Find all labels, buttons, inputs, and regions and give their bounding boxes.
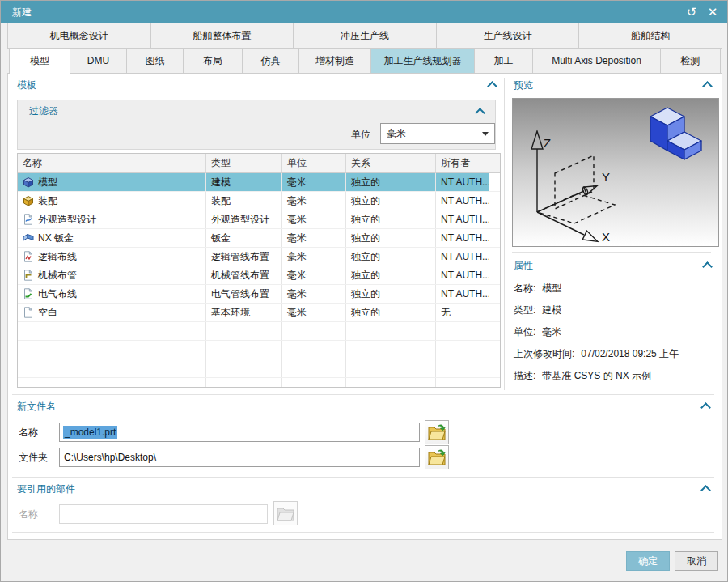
folder-path-input[interactable] — [59, 448, 420, 467]
footer-bar: 确定 取消 — [1, 540, 728, 582]
template-row[interactable]: 机械布管机械管线布置毫米独立的NT AUTH... — [18, 266, 500, 285]
template-table: 名称类型单位关系所有者模型建模毫米独立的NT AUTH...装配装配毫米独立的N… — [17, 153, 501, 388]
template-cell: 毫米 — [282, 304, 346, 321]
tab-row1-5[interactable]: 船舶结构 — [579, 23, 722, 49]
folder-open-icon — [427, 423, 447, 441]
properties-list: 名称:模型类型:建模单位:毫米上次修改时间:07/02/2018 09:25 上… — [514, 278, 716, 387]
template-row[interactable]: 逻辑布线逻辑管线布置毫米独立的NT AUTH... — [18, 248, 500, 266]
folder-icon — [276, 504, 295, 522]
column-header-2[interactable]: 类型 — [206, 154, 282, 172]
empty-cell — [206, 359, 282, 377]
unit-dropdown[interactable]: 毫米 — [380, 123, 495, 144]
template-cell: 基本环境 — [206, 304, 282, 321]
empty-cell — [18, 341, 206, 359]
tab-row2-7[interactable]: 加工生产线规划器 — [371, 49, 475, 74]
template-name: 外观造型设计 — [38, 213, 96, 227]
tab-row2-9[interactable]: Multi Axis Deposition — [533, 49, 661, 74]
reference-name-input — [59, 504, 268, 524]
column-header-5[interactable]: 所有者 — [436, 154, 489, 172]
preview-section-header: 预览 — [514, 78, 711, 92]
ok-button[interactable]: 确定 — [626, 551, 670, 571]
property-label: 类型: — [514, 304, 535, 317]
new-file-section-header: 新文件名 — [17, 399, 709, 414]
tab-row1-3[interactable]: 冲压生产线 — [294, 23, 437, 49]
collapse-arrow-icon[interactable] — [475, 108, 485, 118]
template-row[interactable]: 电气布线电气管线布置毫米独立的NT AUTH... — [18, 285, 500, 304]
template-name-cell: 模型 — [18, 173, 206, 191]
template-cell: NT AUTH... — [436, 248, 489, 266]
column-header-1[interactable]: 名称 — [18, 154, 206, 172]
template-cell: 独立的 — [346, 229, 436, 247]
collapse-arrow-icon[interactable] — [702, 261, 713, 272]
template-cell: 独立的 — [346, 210, 436, 228]
reset-dialog-icon[interactable]: ↺ — [684, 1, 700, 23]
column-header-4[interactable]: 关系 — [346, 154, 436, 172]
browse-file-button[interactable] — [425, 420, 449, 444]
empty-cell-filler — [489, 378, 500, 388]
empty-cell-filler — [489, 341, 500, 359]
column-header-filler — [489, 154, 500, 172]
empty-table-row — [18, 322, 500, 341]
template-cell: 毫米 — [282, 266, 346, 284]
template-row[interactable]: NX 钣金钣金毫米独立的NT AUTH... — [18, 229, 500, 248]
tab-row2-10[interactable]: 检测 — [661, 49, 721, 74]
z-axis-label: Z — [544, 136, 551, 150]
model-part-icon — [23, 176, 34, 188]
title-bar[interactable]: 新建 ↺ ✕ — [1, 1, 727, 23]
template-cell: NT AUTH... — [436, 192, 489, 210]
file-name-input[interactable]: _model1.prt — [59, 423, 420, 442]
template-cell: NT AUTH... — [436, 266, 489, 284]
template-row[interactable]: 外观造型设计外观造型设计毫米独立的NT AUTH... — [18, 210, 500, 229]
reference-name-label: 名称 — [19, 504, 38, 524]
preview-section-title: 预览 — [514, 79, 533, 92]
tab-row1-2[interactable]: 船舶整体布置 — [151, 23, 294, 49]
template-cell-filler — [489, 285, 500, 303]
template-cell: 电气管线布置 — [206, 285, 282, 303]
collapse-arrow-icon[interactable] — [487, 81, 497, 91]
template-cell: 毫米 — [282, 229, 346, 247]
filter-group-header: 过滤器 — [29, 104, 484, 118]
title-bar-icons: ↺ ✕ — [684, 1, 721, 23]
empty-cell-filler — [489, 322, 500, 340]
cancel-button[interactable]: 取消 — [675, 551, 718, 571]
empty-cell — [436, 341, 489, 359]
tab-row2-1[interactable]: 模型 — [9, 49, 70, 74]
browse-folder-button[interactable] — [425, 445, 449, 469]
blank-icon — [23, 307, 34, 318]
tab-row1-4[interactable]: 生产线设计 — [437, 23, 580, 49]
panel-divider — [504, 78, 505, 390]
close-icon[interactable]: ✕ — [705, 1, 721, 23]
tab-row2-6[interactable]: 增材制造 — [299, 49, 371, 74]
column-header-3[interactable]: 单位 — [282, 154, 346, 172]
template-cell: 钣金 — [206, 229, 282, 247]
collapse-arrow-icon[interactable] — [700, 402, 711, 413]
empty-cell-filler — [489, 359, 500, 377]
template-row[interactable]: 装配装配毫米独立的NT AUTH... — [18, 192, 500, 210]
template-cell-filler — [489, 192, 500, 210]
templates-section-header: 模板 — [17, 78, 496, 92]
collapse-arrow-icon[interactable] — [700, 485, 711, 495]
template-name-cell: 电气布线 — [18, 285, 206, 303]
empty-cell — [18, 359, 206, 377]
template-row[interactable]: 空白基本环境毫米独立的无 — [18, 304, 500, 322]
filter-group: 过滤器 单位 毫米 — [17, 100, 496, 150]
collapse-arrow-icon[interactable] — [702, 81, 713, 91]
tab-row2-5[interactable]: 仿真 — [243, 49, 299, 74]
property-label: 描述: — [514, 369, 535, 383]
section-separator — [12, 477, 714, 478]
browse-reference-button — [273, 501, 298, 525]
template-name-cell: 逻辑布线 — [18, 248, 206, 266]
templates-section-title: 模板 — [17, 79, 36, 92]
empty-cell — [282, 322, 346, 340]
tab-row2-4[interactable]: 布局 — [184, 49, 243, 74]
template-cell-filler — [489, 266, 500, 284]
tab-row2-3[interactable]: 图纸 — [127, 49, 184, 74]
electrical-routing-icon — [23, 288, 34, 299]
tab-row2-2[interactable]: DMU — [70, 49, 127, 74]
template-name-cell: 装配 — [18, 192, 206, 210]
tab-row1-1[interactable]: 机电概念设计 — [7, 23, 151, 49]
property-line: 单位:毫米 — [514, 321, 716, 343]
template-row[interactable]: 模型建模毫米独立的NT AUTH... — [18, 173, 500, 192]
template-cell: 建模 — [206, 173, 282, 191]
tab-row2-8[interactable]: 加工 — [475, 49, 533, 74]
